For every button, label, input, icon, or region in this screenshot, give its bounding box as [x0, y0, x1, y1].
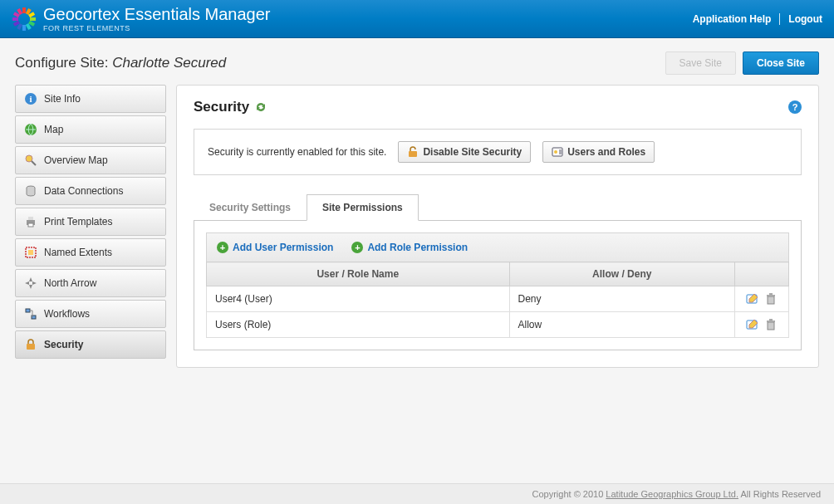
- svg-rect-31: [768, 296, 774, 304]
- disable-site-security-button[interactable]: Disable Site Security: [398, 141, 531, 163]
- cell-actions: [735, 286, 789, 312]
- logout-link[interactable]: Logout: [788, 13, 822, 25]
- svg-point-29: [554, 150, 557, 154]
- col-allow-deny: Allow / Deny: [509, 262, 734, 286]
- svg-rect-10: [12, 17, 18, 21]
- sidebar-item-label: North Arrow: [44, 277, 96, 289]
- svg-rect-20: [28, 217, 33, 220]
- sidebar-item-label: Named Extents: [44, 247, 112, 258]
- tab-security-settings[interactable]: Security Settings: [194, 194, 307, 221]
- extent-icon: [24, 246, 37, 259]
- col-actions: [735, 262, 789, 286]
- plus-icon: +: [217, 242, 228, 253]
- lock-icon: [24, 338, 37, 351]
- sidebar-item-north-arrow[interactable]: North Arrow: [15, 269, 166, 297]
- svg-rect-32: [767, 295, 775, 296]
- sidebar-item-label: Print Templates: [44, 216, 112, 228]
- disable-label: Disable Site Security: [423, 146, 522, 158]
- tab-site-permissions[interactable]: Site Permissions: [307, 194, 419, 221]
- tabs: Security Settings Site Permissions: [194, 193, 802, 221]
- copyright-suffix: All Rights Reserved: [738, 489, 821, 499]
- svg-point-16: [26, 155, 32, 162]
- refresh-icon[interactable]: [254, 101, 267, 113]
- globe-icon: [24, 123, 37, 136]
- brand: Geocortex Essentials Manager FOR REST EL…: [12, 6, 270, 32]
- col-user-role-name: User / Role Name: [207, 262, 510, 286]
- delete-icon[interactable]: [764, 292, 778, 306]
- add-user-label: Add User Permission: [233, 242, 333, 253]
- svg-rect-27: [409, 151, 417, 157]
- header-links: Application Help Logout: [693, 13, 822, 25]
- unlock-icon: [407, 146, 419, 158]
- sidebar-item-label: Data Connections: [44, 185, 123, 197]
- cell-name: User4 (User): [207, 286, 510, 312]
- company-link[interactable]: Latitude Geographics Group Ltd.: [606, 489, 738, 499]
- info-icon: i: [24, 92, 37, 105]
- sidebar: iSite InfoMapOverview MapData Connection…: [15, 85, 166, 368]
- table-row: Users (Role)Allow: [207, 312, 789, 338]
- app-header: Geocortex Essentials Manager FOR REST EL…: [0, 0, 834, 38]
- sidebar-item-security[interactable]: Security: [15, 330, 166, 359]
- divider: [779, 13, 780, 25]
- close-site-button[interactable]: Close Site: [743, 51, 819, 75]
- users-and-roles-button[interactable]: Users and Roles: [542, 141, 655, 163]
- panel-title: Security: [194, 99, 249, 115]
- sidebar-item-workflows[interactable]: Workflows: [15, 300, 166, 328]
- edit-icon[interactable]: [746, 292, 759, 306]
- brand-title: Geocortex Essentials Manager: [43, 6, 270, 22]
- svg-line-17: [32, 161, 36, 165]
- sidebar-item-label: Overview Map: [44, 154, 108, 166]
- tab-body: + Add User Permission + Add Role Permiss…: [194, 221, 802, 350]
- application-help-link[interactable]: Application Help: [693, 13, 772, 25]
- cell-allow-deny: Allow: [509, 312, 734, 338]
- printer-icon: [24, 215, 37, 228]
- edit-icon[interactable]: [746, 318, 759, 331]
- add-role-permission-button[interactable]: + Add Role Permission: [351, 242, 468, 253]
- cell-name: Users (Role): [207, 312, 510, 338]
- cell-actions: [735, 312, 789, 338]
- users-roles-icon: [552, 146, 563, 158]
- sidebar-item-site-info[interactable]: iSite Info: [15, 85, 166, 113]
- svg-rect-33: [769, 293, 773, 295]
- sidebar-item-print-templates[interactable]: Print Templates: [15, 208, 166, 236]
- configure-site-label: Configure Site: Charlotte Secured: [15, 55, 226, 71]
- sidebar-item-label: Security: [44, 339, 83, 350]
- permissions-toolbar: + Add User Permission + Add Role Permiss…: [206, 232, 789, 262]
- site-name: Charlotte Secured: [112, 55, 226, 71]
- svg-rect-4: [30, 17, 36, 21]
- logo-icon: [12, 7, 37, 32]
- sidebar-item-label: Site Info: [44, 93, 81, 105]
- configure-prefix: Configure Site:: [15, 55, 112, 71]
- help-icon[interactable]: ?: [788, 100, 802, 114]
- svg-rect-23: [28, 250, 33, 255]
- svg-rect-21: [28, 223, 33, 227]
- svg-rect-35: [768, 322, 774, 330]
- save-site-button: Save Site: [665, 51, 736, 75]
- add-user-permission-button[interactable]: + Add User Permission: [217, 242, 333, 253]
- sidebar-item-named-extents[interactable]: Named Extents: [15, 238, 166, 267]
- main-area: iSite InfoMapOverview MapData Connection…: [0, 85, 834, 376]
- add-role-label: Add Role Permission: [367, 242, 468, 253]
- svg-rect-37: [769, 319, 773, 321]
- svg-rect-24: [26, 309, 30, 312]
- svg-rect-36: [767, 321, 775, 322]
- brand-text: Geocortex Essentials Manager FOR REST EL…: [43, 6, 270, 32]
- sidebar-item-map[interactable]: Map: [15, 115, 166, 144]
- sidebar-item-label: Map: [44, 124, 63, 135]
- brand-subtitle: FOR REST ELEMENTS: [43, 24, 270, 32]
- footer: Copyright © 2010 Latitude Geographics Gr…: [0, 483, 834, 504]
- sidebar-item-overview-map[interactable]: Overview Map: [15, 146, 166, 174]
- sidebar-item-data-connections[interactable]: Data Connections: [15, 177, 166, 205]
- content-panel: Security ? Security is currently enabled…: [176, 85, 819, 368]
- page-subheader: Configure Site: Charlotte Secured Save S…: [0, 38, 834, 85]
- subheader-actions: Save Site Close Site: [665, 51, 819, 75]
- svg-rect-26: [27, 344, 35, 350]
- panel-header: Security ?: [194, 99, 802, 115]
- plus-icon: +: [351, 242, 363, 253]
- sidebar-item-label: Workflows: [44, 308, 90, 320]
- db-icon: [24, 184, 37, 198]
- security-status-text: Security is currently enabled for this s…: [208, 146, 386, 158]
- delete-icon[interactable]: [764, 318, 778, 331]
- permissions-table: User / Role Name Allow / Deny User4 (Use…: [206, 262, 789, 338]
- arrows-icon: [24, 276, 37, 290]
